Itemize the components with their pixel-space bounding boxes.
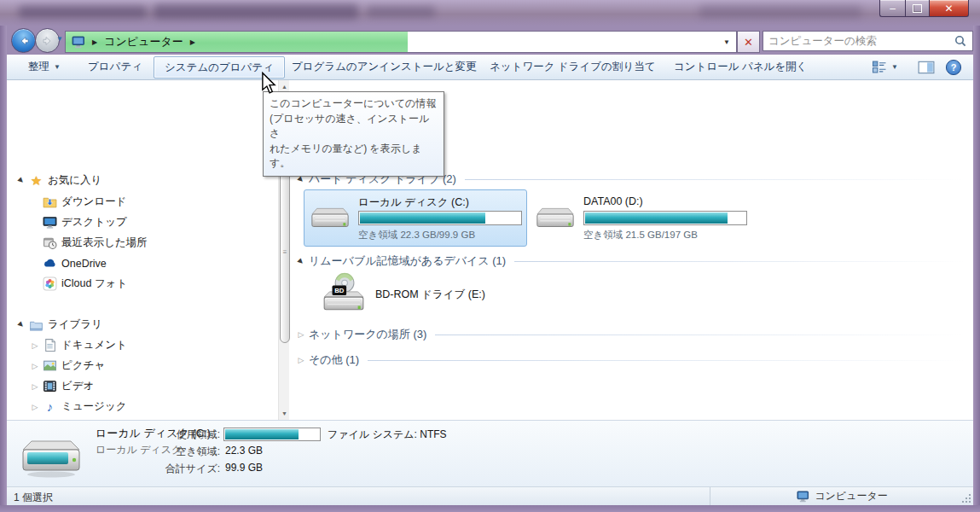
- resize-grip[interactable]: [960, 492, 971, 503]
- documents-icon: [43, 338, 57, 352]
- sidebar-item-libraries[interactable]: ▶ ライブラリ: [17, 315, 102, 335]
- drive-item-bdrom-e[interactable]: BD BD-ROM ドライブ (E:): [321, 271, 485, 317]
- collapsed-arrow-icon[interactable]: ▷: [31, 341, 39, 350]
- chevron-down-icon: ▼: [54, 63, 61, 71]
- recent-pages-chevron[interactable]: ▼: [56, 35, 63, 43]
- sidebar-item-favorites[interactable]: ▶ ★ お気に入り: [17, 171, 101, 190]
- close-button[interactable]: ✕: [930, 0, 969, 17]
- search-box: [763, 31, 973, 51]
- tooltip-text: (プロセッサの速さ、インストールさ: [270, 112, 438, 142]
- computer-icon: [72, 35, 85, 49]
- tooltip-text: このコンピューターについての情報: [270, 96, 438, 112]
- map-network-drive-label: ネットワーク ドライブの割り当て: [490, 60, 656, 74]
- download-folder-icon: [43, 195, 57, 209]
- drive-name: ローカル ディスク (C:): [358, 195, 522, 211]
- used-space-label: 使用領域:: [126, 428, 220, 442]
- map-network-drive-button[interactable]: ネットワーク ドライブの割り当て: [490, 55, 656, 79]
- selection-count: 1 個選択: [14, 491, 53, 505]
- pictures-label: ピクチャ: [61, 358, 105, 373]
- redacted-title-text: [154, 4, 358, 19]
- back-arrow-icon: [17, 34, 31, 48]
- uninstall-program-label: プログラムのアンインストールと変更: [292, 60, 477, 74]
- collapsed-arrow-icon[interactable]: ▷: [31, 362, 39, 370]
- filesystem-label: ファイル システム: NTFS: [328, 428, 447, 442]
- preview-pane-button[interactable]: [918, 55, 935, 79]
- icloud-photos-icon: [43, 276, 57, 291]
- sidebar-item-documents[interactable]: ▷ ドキュメント: [31, 335, 127, 355]
- back-button[interactable]: [11, 28, 36, 53]
- star-icon: ★: [29, 173, 43, 188]
- address-bar[interactable]: ▶ コンピューター ▶ ▼: [65, 31, 737, 53]
- uninstall-program-button[interactable]: プログラムのアンインストールと変更: [292, 55, 477, 79]
- collapsed-arrow-icon: ▷: [297, 330, 305, 339]
- maximize-button[interactable]: [905, 0, 930, 17]
- details-pane: ローカル ディスク (C:) ローカル ディスク 使用領域: ファイル システム…: [7, 420, 973, 486]
- group-title: ネットワークの場所 (3): [309, 327, 426, 342]
- window-border-bottom[interactable]: [0, 505, 980, 512]
- libraries-icon: [29, 317, 43, 332]
- group-title: リムーバブル記憶域があるデバイス (1): [309, 253, 506, 269]
- preview-pane-icon: [918, 61, 935, 74]
- recent-places-label: 最近表示した場所: [61, 236, 148, 250]
- free-space-value: 22.3 GB: [225, 445, 263, 457]
- command-toolbar: 整理 ▼ プロパティ システムのプロパティ プログラムのアンインストールと変更 …: [7, 55, 973, 80]
- drive-tile-data00-d[interactable]: DATA00 (D:) 空き領域 21.5 GB/197 GB: [529, 189, 752, 247]
- scroll-down-icon[interactable]: ▼: [279, 408, 290, 419]
- status-bar: 1 個選択 コンピューター: [7, 486, 973, 505]
- organize-menu-button[interactable]: 整理 ▼: [28, 55, 61, 79]
- group-header-network-locations[interactable]: ▷ ネットワークの場所 (3): [297, 328, 964, 341]
- minimize-button[interactable]: –: [879, 0, 905, 17]
- free-space-text: 空き領域 22.3 GB/99.9 GB: [358, 229, 522, 241]
- tooltip-text: れたメモリの量など) を表示しま: [270, 142, 438, 157]
- breadcrumb-arrow-icon[interactable]: ▶: [190, 38, 195, 46]
- sidebar-item-pictures[interactable]: ▷ ピクチャ: [31, 356, 105, 375]
- hard-drive-icon: [534, 195, 577, 237]
- onedrive-cloud-icon: [43, 256, 57, 271]
- group-title: その他 (1): [309, 352, 359, 368]
- breadcrumb-arrow-icon[interactable]: ▶: [92, 38, 97, 46]
- properties-label: プロパティ: [88, 60, 142, 74]
- window-border-right[interactable]: [973, 26, 980, 512]
- group-header-other[interactable]: ▷ その他 (1): [297, 353, 964, 367]
- sidebar-item-music[interactable]: ▷ ♪ ミュージック: [31, 397, 126, 416]
- search-icon[interactable]: [954, 34, 967, 48]
- pictures-icon: [43, 358, 57, 373]
- expanded-arrow-icon[interactable]: ▶: [15, 175, 26, 186]
- sidebar-item-recent-places[interactable]: 最近表示した場所: [39, 233, 148, 253]
- redacted-title-text: [699, 5, 861, 18]
- views-icon: [872, 61, 887, 73]
- collapsed-arrow-icon[interactable]: ▷: [31, 403, 39, 411]
- window-border-left[interactable]: [0, 26, 7, 512]
- capacity-bar: [358, 211, 522, 225]
- expanded-arrow-icon: ▶: [295, 255, 306, 266]
- sidebar-item-icloud-photos[interactable]: iCloud フォト: [39, 274, 127, 294]
- redacted-title-text: [367, 6, 435, 17]
- search-input[interactable]: [763, 35, 954, 47]
- stop-icon: ✕: [744, 36, 753, 49]
- downloads-label: ダウンロード: [61, 195, 126, 209]
- change-view-button[interactable]: ▼: [872, 55, 898, 79]
- breadcrumb-item-computer[interactable]: コンピューター: [104, 34, 183, 49]
- help-button[interactable]: ?: [945, 55, 962, 79]
- properties-button[interactable]: プロパティ: [88, 55, 142, 79]
- libraries-label: ライブラリ: [48, 317, 102, 332]
- computer-icon: [797, 490, 809, 503]
- open-control-panel-label: コントロール パネルを開く: [674, 60, 807, 74]
- drive-tile-local-disk-c[interactable]: ローカル ディスク (C:) 空き領域 22.3 GB/99.9 GB: [304, 189, 527, 247]
- sidebar-item-onedrive[interactable]: OneDrive: [39, 253, 107, 273]
- address-dropdown-icon[interactable]: ▼: [723, 38, 730, 46]
- sidebar-item-videos[interactable]: ▷ ビデオ: [31, 376, 94, 396]
- collapsed-arrow-icon[interactable]: ▷: [31, 382, 39, 391]
- tooltip-text: す。: [270, 156, 438, 172]
- svg-text:?: ?: [951, 62, 957, 73]
- scrollbar-thumb[interactable]: ≡: [280, 160, 290, 343]
- group-header-removable-devices[interactable]: ▶ リムーバブル記憶域があるデバイス (1): [297, 254, 964, 268]
- expanded-arrow-icon[interactable]: ▶: [15, 319, 26, 330]
- sidebar-item-downloads[interactable]: ダウンロード: [39, 192, 126, 212]
- stop-button[interactable]: ✕: [737, 31, 760, 53]
- title-bar[interactable]: – ✕: [0, 0, 980, 26]
- sidebar-item-desktop[interactable]: デスクトップ: [39, 212, 127, 232]
- videos-icon: [43, 379, 57, 393]
- open-control-panel-button[interactable]: コントロール パネルを開く: [674, 55, 807, 79]
- collapsed-arrow-icon: ▷: [297, 356, 305, 364]
